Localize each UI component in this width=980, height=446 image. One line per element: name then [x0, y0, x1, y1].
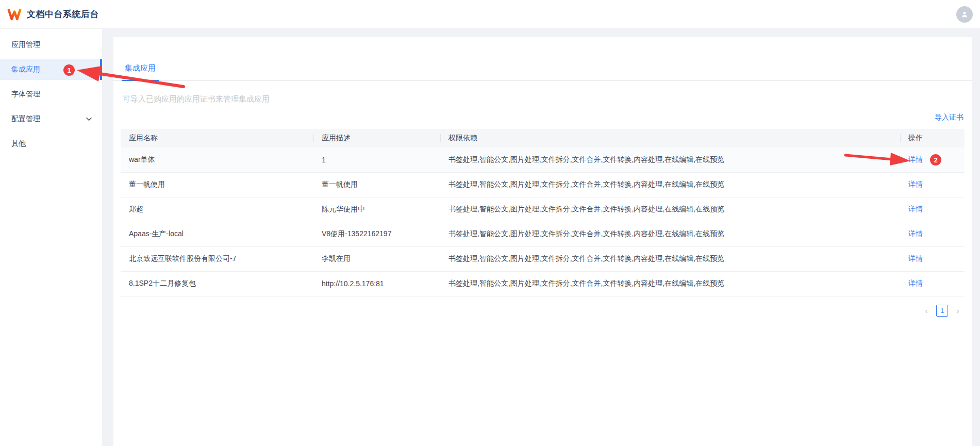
app-title: 文档中台系统后台: [27, 8, 99, 20]
apps-table: 应用名称 应用描述 权限依赖 操作 war单体 1 书签处理,智能公文,图片处理…: [121, 129, 965, 296]
app-description-cell: 董一帆使用: [313, 172, 440, 197]
app-name-cell: 8.1SP2十二月修复包: [121, 271, 313, 296]
sidebar-item-label: 应用管理: [11, 40, 40, 49]
page-1-button[interactable]: 1: [936, 305, 948, 317]
table-row: war单体 1 书签处理,智能公文,图片处理,文件拆分,文件合并,文件转换,内容…: [121, 147, 965, 172]
app-description-cell: 陈元华使用中: [313, 197, 440, 222]
detail-link[interactable]: 详情: [908, 155, 923, 163]
detail-link[interactable]: 详情: [908, 180, 923, 188]
toolbar: 导入证书: [113, 112, 964, 123]
detail-link[interactable]: 详情: [908, 254, 923, 262]
top-header: 文档中台系统后台: [0, 0, 980, 29]
table-row: 郑超 陈元华使用中 书签处理,智能公文,图片处理,文件拆分,文件合并,文件转换,…: [121, 197, 965, 222]
tab-bar: 集成应用: [113, 37, 972, 81]
sidebar-item-1[interactable]: 集成应用: [0, 59, 102, 80]
w-brand-logo-icon: [7, 7, 22, 22]
pagination: ‹ 1 ›: [113, 305, 964, 317]
table-header-row: 应用名称 应用描述 权限依赖 操作: [121, 129, 965, 147]
table-row: 董一帆使用 董一帆使用 书签处理,智能公文,图片处理,文件拆分,文件合并,文件转…: [121, 172, 965, 197]
table-row: 8.1SP2十二月修复包 http://10.2.5.176:81 书签处理,智…: [121, 271, 965, 296]
column-header-app-description: 应用描述: [313, 129, 440, 147]
column-header-app-name: 应用名称: [121, 129, 313, 147]
app-name-cell: 郑超: [121, 197, 313, 222]
permissions-cell: 书签处理,智能公文,图片处理,文件拆分,文件合并,文件转换,内容处理,在线编辑,…: [440, 246, 900, 271]
app-name-cell: 董一帆使用: [121, 172, 313, 197]
user-avatar[interactable]: [956, 6, 973, 23]
table-row: Apaas-生产-local V8使用-13522162197 书签处理,智能公…: [121, 222, 965, 246]
app-description-cell: http://10.2.5.176:81: [313, 271, 440, 296]
app-description-cell: 1: [313, 147, 440, 172]
app-name-cell: war单体: [121, 147, 313, 172]
main-area: 集成应用 可导入已购应用的应用证书来管理集成应用 导入证书 应用名称 应用描述 …: [102, 29, 980, 446]
sidebar-item-label: 其他: [11, 139, 26, 148]
detail-link[interactable]: 详情: [908, 205, 923, 213]
content-panel: 集成应用 可导入已购应用的应用证书来管理集成应用 导入证书 应用名称 应用描述 …: [113, 37, 972, 446]
detail-link[interactable]: 详情: [908, 229, 923, 238]
app-description-cell: V8使用-13522162197: [313, 222, 440, 246]
sidebar-item-4[interactable]: 其他: [0, 134, 102, 154]
app-name-cell: Apaas-生产-local: [121, 222, 313, 246]
tab-integrated-apps[interactable]: 集成应用: [122, 63, 159, 80]
app-name-cell: 北京致远互联软件股份有限公司-7: [121, 246, 313, 271]
next-page-button[interactable]: ›: [952, 305, 964, 316]
column-header-permissions: 权限依赖: [440, 129, 900, 147]
sidebar-item-2[interactable]: 字体管理: [0, 84, 102, 105]
page-description: 可导入已购应用的应用证书来管理集成应用: [123, 94, 964, 104]
user-icon: [960, 10, 969, 19]
app-root: 文档中台系统后台 应用管理 集成应用 字体管理 配置管理: [0, 0, 980, 446]
detail-link[interactable]: 详情: [908, 279, 923, 287]
prev-page-button[interactable]: ‹: [921, 305, 932, 316]
sidebar-item-label: 集成应用: [11, 65, 40, 74]
column-header-actions: 操作: [900, 129, 965, 147]
sidebar-item-0[interactable]: 应用管理: [0, 35, 102, 55]
import-cert-link[interactable]: 导入证书: [935, 113, 964, 121]
annotation-step-1-badge: 1: [63, 64, 75, 76]
app-description-cell: 李凯在用: [313, 246, 440, 271]
permissions-cell: 书签处理,智能公文,图片处理,文件拆分,文件合并,文件转换,内容处理,在线编辑,…: [440, 172, 900, 197]
permissions-cell: 书签处理,智能公文,图片处理,文件拆分,文件合并,文件转换,内容处理,在线编辑,…: [440, 147, 900, 172]
sidebar-item-3[interactable]: 配置管理: [0, 109, 102, 129]
permissions-cell: 书签处理,智能公文,图片处理,文件拆分,文件合并,文件转换,内容处理,在线编辑,…: [440, 197, 900, 222]
permissions-cell: 书签处理,智能公文,图片处理,文件拆分,文件合并,文件转换,内容处理,在线编辑,…: [440, 271, 900, 296]
table-row: 北京致远互联软件股份有限公司-7 李凯在用 书签处理,智能公文,图片处理,文件拆…: [121, 246, 965, 271]
sidebar-item-label: 字体管理: [11, 90, 40, 99]
annotation-step-2-badge: 2: [930, 154, 941, 166]
sidebar: 应用管理 集成应用 字体管理 配置管理 其他: [0, 29, 102, 446]
chevron-down-icon: [86, 117, 92, 121]
sidebar-item-label: 配置管理: [11, 114, 40, 124]
permissions-cell: 书签处理,智能公文,图片处理,文件拆分,文件合并,文件转换,内容处理,在线编辑,…: [440, 222, 900, 246]
